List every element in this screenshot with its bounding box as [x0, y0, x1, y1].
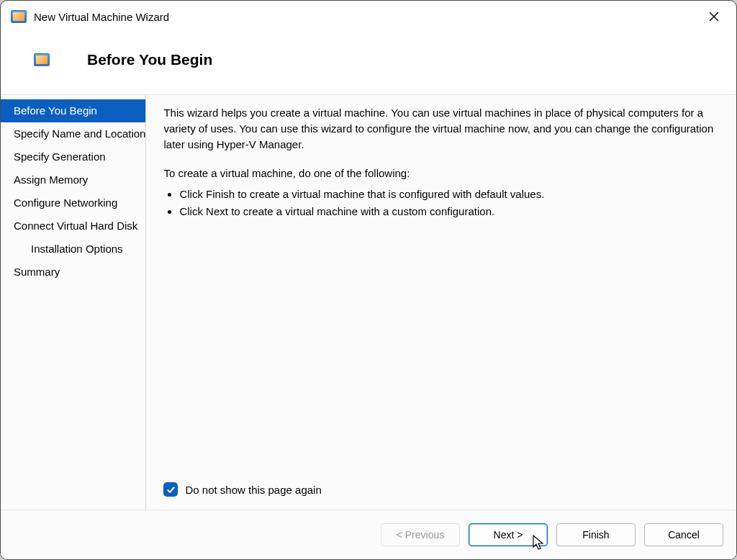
window-title: New Virtual Machine Wizard [34, 11, 169, 23]
titlebar: New Virtual Machine Wizard [1, 1, 736, 32]
sidebar-item[interactable]: Before You Begin [1, 99, 145, 122]
wizard-body: Before You BeginSpecify Name and Locatio… [1, 94, 736, 510]
sidebar-item[interactable]: Connect Virtual Hard Disk [1, 214, 145, 238]
wizard-icon [34, 53, 50, 66]
next-button[interactable]: Next > [469, 523, 548, 546]
page-title: Before You Begin [87, 51, 212, 68]
wizard-window: New Virtual Machine Wizard Before You Be… [0, 0, 737, 560]
dont-show-row: Do not show this page again [163, 482, 719, 502]
dont-show-label: Do not show this page again [185, 484, 321, 496]
wizard-header: Before You Begin [1, 32, 736, 94]
check-icon [166, 485, 176, 494]
app-icon [11, 10, 27, 23]
intro-text: This wizard helps you create a virtual m… [163, 105, 719, 153]
sidebar-item[interactable]: Specify Generation [1, 145, 145, 168]
dont-show-checkbox[interactable] [163, 482, 178, 497]
cancel-button[interactable]: Cancel [644, 523, 723, 546]
sidebar-item[interactable]: Specify Name and Location [1, 122, 145, 145]
wizard-content: This wizard helps you create a virtual m… [146, 95, 736, 510]
instruction-list: Click Finish to create a virtual machine… [179, 186, 719, 220]
instruction-item: Click Next to create a virtual machine w… [179, 203, 719, 220]
instruction-item: Click Finish to create a virtual machine… [179, 186, 719, 203]
sidebar-item[interactable]: Installation Options [1, 238, 145, 261]
sidebar-item[interactable]: Summary [1, 261, 145, 284]
wizard-sidebar: Before You BeginSpecify Name and Locatio… [1, 95, 146, 510]
sidebar-item[interactable]: Configure Networking [1, 191, 145, 214]
sidebar-item[interactable]: Assign Memory [1, 168, 145, 191]
subhead-text: To create a virtual machine, do one of t… [163, 166, 719, 181]
previous-button: < Previous [381, 523, 460, 546]
close-icon [709, 12, 719, 22]
finish-button[interactable]: Finish [556, 523, 636, 546]
close-button[interactable] [697, 5, 731, 28]
wizard-footer: < Previous Next > Finish Cancel [1, 510, 736, 559]
